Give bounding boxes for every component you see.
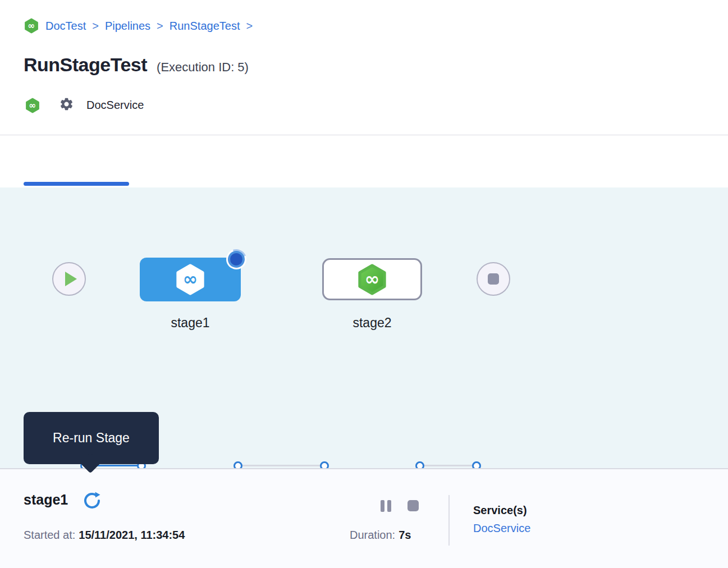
execution-footer: stage1 Started at:15/11/2021, 11:34:54 D… [0, 468, 728, 568]
stage1-label: stage1 [140, 315, 241, 331]
play-icon [65, 272, 77, 286]
gear-icon [40, 97, 74, 114]
title-row: RunStageTest (Execution ID: 5) [24, 54, 249, 76]
pause-button[interactable] [381, 500, 391, 512]
footer-divider [448, 495, 450, 546]
execution-id-label: (Execution ID: 5) [157, 60, 249, 75]
header: ∞ DocTest > Pipelines > RunStageTest > R… [0, 0, 728, 135]
running-spinner-icon [223, 246, 250, 273]
pause-icon [381, 500, 384, 512]
footer-stage-name: stage1 [24, 492, 68, 508]
breadcrumb-link-pipelines[interactable]: Pipelines [105, 20, 150, 33]
breadcrumb-separator: > [246, 20, 253, 33]
service-row: ∞ DocService [25, 97, 144, 114]
service-name: DocService [86, 99, 144, 112]
breadcrumb-separator: > [157, 20, 163, 33]
service-link[interactable]: DocService [473, 522, 530, 535]
stage-hexagon-icon: ∞ [174, 263, 207, 296]
started-at-label: Started at: [24, 529, 75, 541]
edge-stage2-end [421, 465, 478, 466]
services-label: Service(s) [473, 504, 527, 517]
breadcrumb-link-pipeline-name[interactable]: RunStageTest [170, 20, 240, 33]
pause-icon [387, 500, 391, 512]
svg-text:∞: ∞ [365, 268, 380, 290]
breadcrumb-separator: > [92, 20, 99, 33]
stage2-label: stage2 [322, 315, 422, 331]
stage-node-stage2[interactable]: ∞ [322, 258, 422, 300]
pipeline-execution-page: ∞ DocTest > Pipelines > RunStageTest > R… [0, 0, 728, 568]
tab-bar: Pipeline Inputs [0, 136, 728, 187]
edge-stage1-stage2 [240, 465, 326, 466]
started-at-value: 15/11/2021, 11:34:54 [79, 529, 185, 541]
svg-text:∞: ∞ [29, 100, 36, 111]
active-tab-underline [24, 182, 129, 186]
harness-logo-icon: ∞ [24, 18, 39, 34]
svg-text:∞: ∞ [28, 21, 35, 31]
stage-node-stage1[interactable]: ∞ [140, 258, 241, 301]
stop-execution-button[interactable] [408, 500, 419, 511]
stop-icon [488, 273, 499, 285]
harness-logo-icon: ∞ [25, 98, 40, 113]
duration-label: Duration: [350, 529, 395, 541]
tooltip-label: Re-run Stage [53, 430, 130, 446]
breadcrumb: ∞ DocTest > Pipelines > RunStageTest > [24, 18, 253, 34]
breadcrumb-link-project[interactable]: DocTest [45, 20, 86, 33]
started-at-row: Started at:15/11/2021, 11:34:54 [24, 529, 185, 542]
duration-row: Duration:7s [350, 529, 411, 542]
start-node [52, 262, 86, 296]
rerun-stage-tooltip: Re-run Stage [24, 412, 159, 464]
duration-value: 7s [399, 529, 411, 541]
stage-hexagon-icon: ∞ [356, 263, 388, 296]
svg-text:∞: ∞ [183, 268, 198, 290]
refresh-icon [82, 491, 102, 511]
rerun-stage-button[interactable] [82, 491, 102, 511]
end-node [477, 262, 510, 296]
page-title: RunStageTest [24, 54, 147, 76]
